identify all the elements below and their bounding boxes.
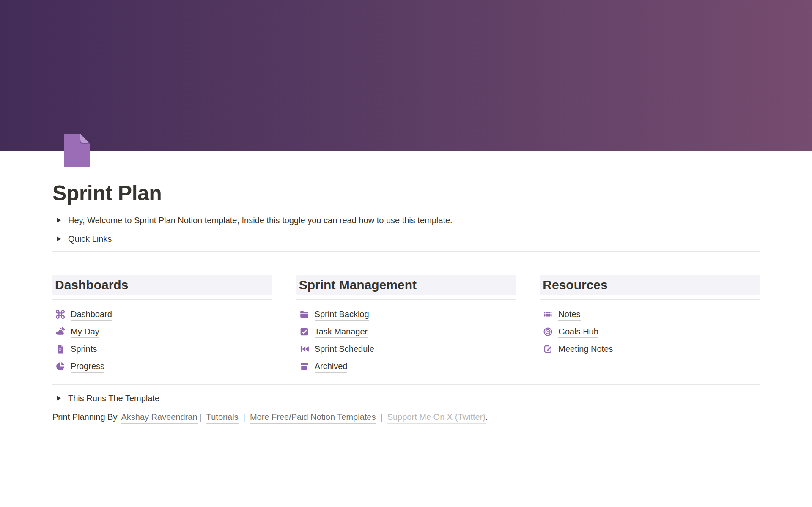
toggle-arrow-icon[interactable] <box>57 236 61 241</box>
page-link-my-day[interactable]: My Day <box>52 323 272 340</box>
footer-separator: | <box>200 411 202 423</box>
page-link-sprint-schedule[interactable]: Sprint Schedule <box>296 340 516 358</box>
toggle-quick-links-label: Quick Links <box>68 233 112 245</box>
page-link-label[interactable]: Task Manager <box>315 326 368 338</box>
footer-support-link[interactable]: Support Me On X (Twitter) <box>387 411 486 424</box>
page-link-meeting-notes[interactable]: Meeting Notes <box>540 340 760 358</box>
link-columns: Dashboards Dashboard <box>52 275 760 375</box>
toggle-welcome-label: Hey, Welcome to Sprint Plan Notion templ… <box>68 214 453 227</box>
sun-cloud-icon <box>55 326 66 337</box>
toggle-arrow-icon[interactable] <box>57 218 61 223</box>
divider <box>296 299 516 300</box>
footer-prefix: Print Planning By <box>52 411 117 423</box>
page-link-label[interactable]: Archived <box>315 361 348 373</box>
column-heading: Sprint Management <box>296 275 516 295</box>
keyboard-icon <box>543 309 553 320</box>
footer-author-link[interactable]: Akshay Raveendran <box>121 411 197 424</box>
page-link-dashboard[interactable]: Dashboard <box>52 306 272 323</box>
toggle-welcome[interactable]: Hey, Welcome to Sprint Plan Notion templ… <box>52 214 760 227</box>
page-link-label[interactable]: Goals Hub <box>558 326 598 338</box>
rewind-icon <box>299 344 310 354</box>
page-link-goals-hub[interactable]: Goals Hub <box>540 323 760 340</box>
page-link-sprint-backlog[interactable]: Sprint Backlog <box>296 306 516 323</box>
toggle-runs-template[interactable]: This Runs The Template <box>52 392 760 405</box>
toggle-arrow-icon[interactable] <box>57 396 61 401</box>
page-link-label[interactable]: Sprints <box>71 343 97 355</box>
page-link-progress[interactable]: Progress <box>52 358 272 375</box>
page-link-task-manager[interactable]: Task Manager <box>296 323 516 340</box>
divider <box>540 299 760 300</box>
compose-icon <box>543 344 553 354</box>
footer-tutorials-link[interactable]: Tutorials <box>206 411 239 424</box>
column-dashboards: Dashboards Dashboard <box>52 275 272 375</box>
divider <box>52 251 760 252</box>
divider <box>52 384 760 385</box>
folder-icon <box>299 309 310 320</box>
pie-chart-icon <box>55 361 66 372</box>
footer-separator: | <box>380 411 382 423</box>
page-link-label[interactable]: Dashboard <box>71 309 112 321</box>
target-icon <box>543 326 553 337</box>
footer-credits: Print Planning By Akshay Raveendran | Tu… <box>52 411 760 424</box>
page-link-notes[interactable]: Notes <box>540 306 760 323</box>
page-document-icon[interactable] <box>62 134 90 167</box>
divider <box>52 299 272 300</box>
page-cover <box>0 0 812 151</box>
footer-period: . <box>486 411 488 423</box>
toggle-runs-template-label: This Runs The Template <box>68 392 159 405</box>
page-link-label[interactable]: Sprint Schedule <box>315 343 374 355</box>
page-link-label[interactable]: Progress <box>71 361 104 373</box>
column-heading: Dashboards <box>52 275 272 295</box>
page-link-label[interactable]: Notes <box>558 309 580 321</box>
page-content: Sprint Plan Hey, Welcome to Sprint Plan … <box>52 181 760 424</box>
page-link-archived[interactable]: Archived <box>296 358 516 375</box>
document-lines-icon <box>55 344 66 354</box>
command-icon <box>55 309 66 320</box>
footer-templates-link[interactable]: More Free/Paid Notion Templates <box>250 411 376 424</box>
page-link-label[interactable]: Meeting Notes <box>558 343 613 355</box>
column-resources: Resources Notes <box>540 275 760 375</box>
page-link-sprints[interactable]: Sprints <box>52 340 272 358</box>
archive-icon <box>299 361 310 372</box>
checkbox-icon <box>299 326 310 337</box>
page-link-label[interactable]: My Day <box>71 326 99 338</box>
page-title: Sprint Plan <box>52 181 760 206</box>
footer-separator: | <box>243 411 245 423</box>
column-heading: Resources <box>540 275 760 295</box>
column-sprint-management: Sprint Management Sprint Backlog <box>296 275 516 375</box>
page-link-label[interactable]: Sprint Backlog <box>315 309 369 321</box>
toggle-quick-links[interactable]: Quick Links <box>52 233 760 245</box>
